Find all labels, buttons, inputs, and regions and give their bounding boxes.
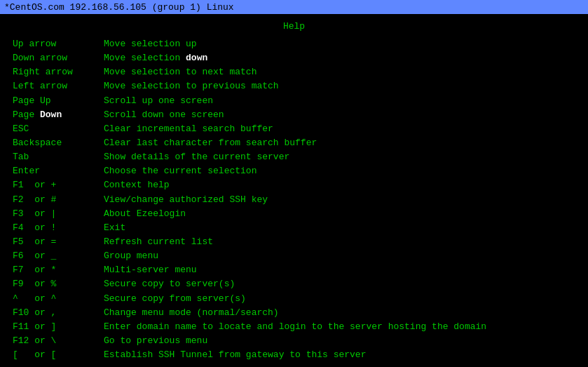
desc-backspace: Clear last character from search buffer (104, 136, 317, 150)
help-title: Help (13, 21, 575, 32)
desc-f10: Change menu mode (normal/search) (104, 306, 279, 320)
help-row-f7: F7 or * Multi-server menu (13, 263, 575, 277)
desc-caret: Secure copy from server(s) (104, 292, 246, 306)
key-f10: F10 or , (13, 306, 104, 320)
key-down-arrow: Down arrow (13, 51, 104, 65)
key-f11: F11 or ] (13, 320, 104, 334)
help-row-up-arrow: Up arrow Move selection up (13, 37, 575, 51)
terminal: Help Up arrow Move selection up Down arr… (0, 14, 588, 367)
key-f5: F5 or = (13, 235, 104, 249)
help-row-tab: Tab Show details of the current server (13, 150, 575, 164)
key-f9: F9 or % (13, 277, 104, 291)
desc-page-down: Scroll down one screen (104, 108, 224, 122)
down-highlight: down (186, 53, 207, 63)
page-down-highlight: Down (40, 109, 62, 120)
title-text: *CentOS.com 192.168.56.105 (group 1) Lin… (4, 2, 234, 13)
help-row-caret: ^ or ^ Secure copy from server(s) (13, 292, 575, 306)
help-row-f4: F4 or ! Exit (13, 221, 575, 235)
desc-f11: Enter domain name to locate and login to… (104, 320, 486, 334)
desc-esc: Clear incremental search buffer (104, 122, 273, 136)
desc-enter: Choose the current selection (104, 164, 257, 178)
help-row-f6: F6 or _ Group menu (13, 249, 575, 263)
help-row-f1: F1 or + Context help (13, 178, 575, 192)
desc-f12: Go to previous menu (104, 334, 207, 348)
desc-f6: Group menu (104, 249, 158, 263)
help-row-page-up: Page Up Scroll up one screen (13, 94, 575, 108)
key-f6: F6 or _ (13, 249, 104, 263)
key-backspace: Backspace (13, 136, 104, 150)
key-f2: F2 or # (13, 193, 104, 207)
key-up-arrow: Up arrow (13, 37, 104, 51)
key-page-up: Page Up (13, 94, 104, 108)
help-row-backspace: Backspace Clear last character from sear… (13, 136, 575, 150)
help-row-f10: F10 or , Change menu mode (normal/search… (13, 306, 575, 320)
help-row-page-down: Page Down Scroll down one screen (13, 108, 575, 122)
desc-f2: View/change authorized SSH key (104, 193, 268, 207)
desc-up-arrow: Move selection up (104, 37, 197, 51)
desc-f5: Refresh current list (104, 235, 213, 249)
desc-f7: Multi-server menu (104, 263, 197, 277)
key-page-down: Page Down (13, 108, 104, 122)
help-row-left-arrow: Left arrow Move selection to previous ma… (13, 79, 575, 93)
key-f7: F7 or * (13, 263, 104, 277)
key-right-arrow: Right arrow (13, 65, 104, 79)
key-left-arrow: Left arrow (13, 79, 104, 93)
key-f1: F1 or + (13, 178, 104, 192)
help-row-enter: Enter Choose the current selection (13, 164, 575, 178)
desc-bracket: Establish SSH Tunnel from gateway to thi… (104, 348, 366, 362)
desc-f3: About Ezeelogin (104, 207, 186, 221)
help-row-f3: F3 or | About Ezeelogin (13, 207, 575, 221)
help-row-f12: F12 or \ Go to previous menu (13, 334, 575, 348)
help-row-f9: F9 or % Secure copy to server(s) (13, 277, 575, 291)
help-row-esc: ESC Clear incremental search buffer (13, 122, 575, 136)
help-row-bracket: [ or [ Establish SSH Tunnel from gateway… (13, 348, 575, 362)
key-f3: F3 or | (13, 207, 104, 221)
help-row-f2: F2 or # View/change authorized SSH key (13, 193, 575, 207)
help-row-f5: F5 or = Refresh current list (13, 235, 575, 249)
desc-left-arrow: Move selection to previous match (104, 79, 279, 93)
key-caret: ^ or ^ (13, 292, 104, 306)
key-enter: Enter (13, 164, 104, 178)
key-bracket: [ or [ (13, 348, 104, 362)
key-esc: ESC (13, 122, 104, 136)
desc-right-arrow: Move selection to next match (104, 65, 257, 79)
title-bar: *CentOS.com 192.168.56.105 (group 1) Lin… (0, 0, 588, 14)
desc-down-arrow: Move selection down (104, 51, 207, 65)
key-tab: Tab (13, 150, 104, 164)
desc-f9: Secure copy to server(s) (104, 277, 235, 291)
key-f12: F12 or \ (13, 334, 104, 348)
help-row-f11: F11 or ] Enter domain name to locate and… (13, 320, 575, 334)
desc-f4: Exit (104, 221, 125, 235)
desc-f1: Context help (104, 178, 170, 192)
key-f4: F4 or ! (13, 221, 104, 235)
desc-page-up: Scroll up one screen (104, 94, 213, 108)
help-row-down-arrow: Down arrow Move selection down (13, 51, 575, 65)
help-row-right-arrow: Right arrow Move selection to next match (13, 65, 575, 79)
desc-tab: Show details of the current server (104, 150, 289, 164)
